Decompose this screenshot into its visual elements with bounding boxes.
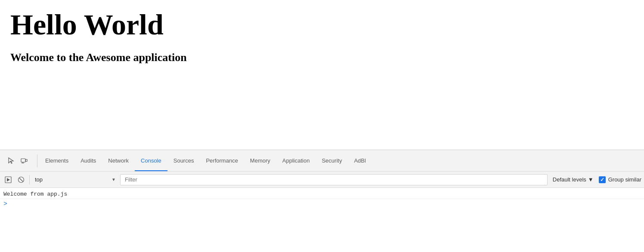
tab-network[interactable]: Network <box>102 150 135 171</box>
device-toolbar-icon[interactable] <box>18 155 30 167</box>
tab-performance[interactable]: Performance <box>200 150 244 171</box>
page-subtitle: Welcome to the Awesome application <box>10 51 634 64</box>
group-similar-checkbox[interactable] <box>599 176 606 183</box>
page-title: Hello World <box>10 9 634 41</box>
group-similar-label: Group similar <box>608 176 641 183</box>
console-filter-input[interactable] <box>120 174 548 185</box>
console-log-message: Welcome from app.js <box>3 191 67 197</box>
tab-bar-divider <box>37 154 37 167</box>
tab-application[interactable]: Application <box>276 150 316 171</box>
tab-security[interactable]: Security <box>316 150 348 171</box>
svg-line-7 <box>19 178 23 181</box>
dropdown-arrow-icon: ▼ <box>111 177 116 182</box>
default-levels-button[interactable]: Default levels ▼ <box>549 174 597 185</box>
page-content: Hello World Welcome to the Awesome appli… <box>0 0 644 150</box>
devtools-icon-group <box>2 155 34 167</box>
console-prompt-line[interactable]: > <box>0 199 644 209</box>
tab-audits[interactable]: Audits <box>74 150 102 171</box>
group-similar-area: Group similar <box>599 176 641 183</box>
console-toolbar: top ▼ Default levels ▼ Group similar <box>0 172 644 188</box>
context-dropdown[interactable]: top ▼ <box>32 174 118 185</box>
clear-console-icon[interactable] <box>15 174 27 185</box>
default-levels-label: Default levels <box>553 176 586 183</box>
toolbar-divider <box>29 175 30 184</box>
default-levels-arrow-icon: ▼ <box>588 176 594 183</box>
inspector-icon[interactable] <box>5 155 17 167</box>
execute-icon[interactable] <box>3 174 14 185</box>
tab-adbi[interactable]: AdBl <box>348 150 372 171</box>
prompt-symbol: > <box>3 200 7 208</box>
tab-memory[interactable]: Memory <box>244 150 276 171</box>
svg-marker-5 <box>7 178 10 181</box>
devtools-panel: Elements Audits Network Console Sources … <box>0 150 644 252</box>
svg-rect-1 <box>26 159 28 161</box>
console-log-line: Welcome from app.js <box>0 190 644 199</box>
tab-console[interactable]: Console <box>135 150 167 171</box>
console-output: Welcome from app.js > <box>0 188 644 252</box>
devtools-tabbar: Elements Audits Network Console Sources … <box>0 150 644 172</box>
context-dropdown-label: top <box>35 176 110 183</box>
tab-sources[interactable]: Sources <box>167 150 200 171</box>
tab-elements[interactable]: Elements <box>39 150 74 171</box>
svg-rect-0 <box>21 159 25 162</box>
